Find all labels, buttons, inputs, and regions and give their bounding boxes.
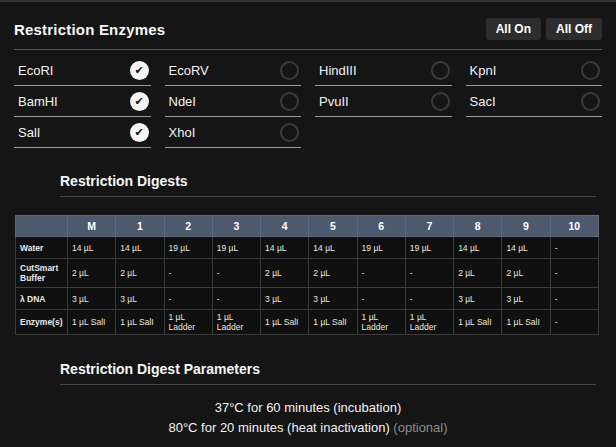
table-cell: 3 µL: [68, 288, 116, 310]
enzyme-item[interactable]: SalI✔: [14, 117, 151, 148]
table-cell: 3 µL: [261, 288, 309, 310]
table-cell: 2 µL: [309, 259, 357, 288]
enzyme-item[interactable]: BamHI✔: [14, 86, 151, 117]
inactivation-text: 80°C for 20 minutes (heat inactivation): [168, 420, 389, 435]
enzyme-item[interactable]: XhoI: [165, 117, 302, 148]
enzymes-header: Restriction Enzymes All On All Off: [14, 18, 602, 40]
table-cell: 2 µL: [261, 259, 309, 288]
row-label: Enzyme(s): [16, 310, 68, 335]
checkbox-unchecked-icon[interactable]: [280, 123, 299, 142]
table-cell: -: [550, 259, 598, 288]
incubation-line: 37°C for 60 minutes (incubation): [14, 398, 602, 418]
table-cell: 3 µL: [309, 288, 357, 310]
table-cell: 2 µL: [454, 259, 502, 288]
enzyme-item[interactable]: SacI: [466, 86, 603, 117]
lane-header: 6: [357, 216, 405, 237]
page-title: Restriction Enzymes: [14, 21, 165, 38]
checkbox-checked-icon[interactable]: ✔: [130, 123, 149, 142]
lane-header: 9: [502, 216, 550, 237]
table-cell: 1 µL Ladder: [357, 310, 405, 335]
table-cell: 1 µL SalI: [261, 310, 309, 335]
table-cell: -: [357, 288, 405, 310]
enzyme-label: SacI: [470, 94, 496, 109]
divider: [14, 49, 602, 50]
table-cell: 1 µL SalI: [68, 310, 116, 335]
row-label: λ DNA: [16, 288, 68, 310]
table-cell: 19 µL: [405, 237, 453, 259]
table-row: CutSmart Buffer2 µL2 µL--2 µL2 µL--2 µL2…: [16, 259, 599, 288]
checkbox-unchecked-icon[interactable]: [581, 61, 600, 80]
all-off-button[interactable]: All Off: [546, 18, 602, 40]
table-cell: 14 µL: [454, 237, 502, 259]
table-cell: -: [212, 259, 260, 288]
table-cell: 1 µL SalI: [502, 310, 550, 335]
table-row: Water14 µL14 µL19 µL19 µL14 µL14 µL19 µL…: [16, 237, 599, 259]
table-corner-cell: [16, 216, 68, 237]
table-cell: -: [164, 259, 212, 288]
section-title-parameters: Restriction Digest Parameters: [60, 361, 596, 377]
bulk-toggle-buttons: All On All Off: [486, 18, 602, 40]
divider: [60, 384, 596, 385]
table-cell: 1 µL SalI: [454, 310, 502, 335]
table-cell: 1 µL Ladder: [212, 310, 260, 335]
enzyme-label: EcoRI: [18, 63, 53, 78]
table-cell: 14 µL: [68, 237, 116, 259]
table-cell: 1 µL SalI: [309, 310, 357, 335]
table-cell: -: [405, 259, 453, 288]
all-on-button[interactable]: All On: [486, 18, 541, 40]
enzyme-label: BamHI: [18, 94, 58, 109]
checkbox-unchecked-icon[interactable]: [581, 92, 600, 111]
digests-section-header: Restriction Digests: [60, 173, 596, 197]
optional-note: (optional): [393, 420, 447, 435]
checkbox-unchecked-icon[interactable]: [280, 61, 299, 80]
enzyme-item[interactable]: KpnI: [466, 55, 603, 86]
enzyme-label: EcoRV: [169, 63, 209, 78]
table-cell: 19 µL: [357, 237, 405, 259]
enzyme-label: XhoI: [169, 125, 196, 140]
checkbox-unchecked-icon[interactable]: [431, 61, 450, 80]
table-cell: 1 µL SalI: [116, 310, 164, 335]
lane-header: 2: [164, 216, 212, 237]
table-cell: 1 µL Ladder: [164, 310, 212, 335]
lane-header: 7: [405, 216, 453, 237]
section-title-digests: Restriction Digests: [60, 173, 596, 189]
checkbox-unchecked-icon[interactable]: [431, 92, 450, 111]
enzyme-label: KpnI: [470, 63, 497, 78]
lane-header: M: [68, 216, 116, 237]
enzyme-item[interactable]: EcoRV: [165, 55, 302, 86]
checkbox-checked-icon[interactable]: ✔: [130, 61, 149, 80]
enzyme-grid: EcoRI✔EcoRVHindIIIKpnIBamHI✔NdeIPvuIISac…: [14, 55, 602, 148]
lane-header: 1: [116, 216, 164, 237]
enzyme-item[interactable]: HindIII: [315, 55, 452, 86]
lane-header: 3: [212, 216, 260, 237]
enzyme-label: HindIII: [319, 63, 357, 78]
row-label: CutSmart Buffer: [16, 259, 68, 288]
lane-header: 5: [309, 216, 357, 237]
lane-header: 8: [454, 216, 502, 237]
checkbox-unchecked-icon[interactable]: [280, 92, 299, 111]
table-cell: -: [550, 288, 598, 310]
table-cell: -: [405, 288, 453, 310]
lane-header: 4: [261, 216, 309, 237]
table-cell: -: [212, 288, 260, 310]
checkbox-checked-icon[interactable]: ✔: [130, 92, 149, 111]
enzyme-item[interactable]: EcoRI✔: [14, 55, 151, 86]
enzyme-label: PvuII: [319, 94, 349, 109]
table-cell: 2 µL: [502, 259, 550, 288]
enzyme-label: SalI: [18, 125, 40, 140]
table-cell: -: [550, 310, 598, 335]
enzyme-item[interactable]: NdeI: [165, 86, 302, 117]
table-row: λ DNA3 µL3 µL--3 µL3 µL--3 µL3 µL-: [16, 288, 599, 310]
table-cell: -: [550, 237, 598, 259]
table-row: Enzyme(s)1 µL SalI1 µL SalI1 µL Ladder1 …: [16, 310, 599, 335]
table-cell: -: [357, 259, 405, 288]
enzyme-item[interactable]: PvuII: [315, 86, 452, 117]
table-cell: 3 µL: [116, 288, 164, 310]
row-label: Water: [16, 237, 68, 259]
divider: [60, 196, 596, 197]
table-cell: 14 µL: [502, 237, 550, 259]
table-cell: 14 µL: [261, 237, 309, 259]
table-cell: -: [164, 288, 212, 310]
inactivation-line: 80°C for 20 minutes (heat inactivation) …: [14, 418, 602, 438]
table-cell: 14 µL: [309, 237, 357, 259]
